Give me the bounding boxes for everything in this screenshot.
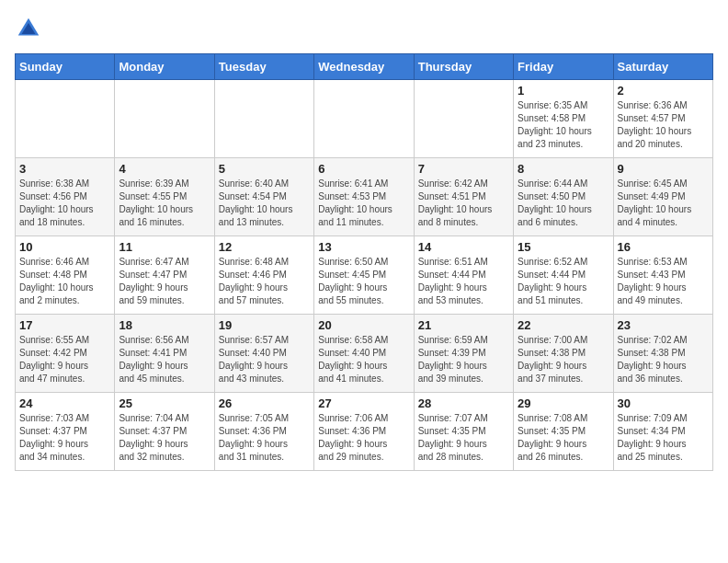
calendar-cell: 9Sunrise: 6:45 AM Sunset: 4:49 PM Daylig… bbox=[613, 158, 712, 236]
calendar-cell bbox=[214, 80, 313, 158]
day-info: Sunrise: 6:55 AM Sunset: 4:42 PM Dayligh… bbox=[19, 334, 110, 385]
day-info: Sunrise: 6:56 AM Sunset: 4:41 PM Dayligh… bbox=[119, 334, 210, 385]
calendar-cell: 26Sunrise: 7:05 AM Sunset: 4:36 PM Dayli… bbox=[214, 393, 313, 471]
week-row-1: 3Sunrise: 6:38 AM Sunset: 4:56 PM Daylig… bbox=[16, 158, 713, 236]
week-row-0: 1Sunrise: 6:35 AM Sunset: 4:58 PM Daylig… bbox=[16, 80, 713, 158]
calendar-cell: 17Sunrise: 6:55 AM Sunset: 4:42 PM Dayli… bbox=[16, 315, 115, 393]
calendar-cell: 27Sunrise: 7:06 AM Sunset: 4:36 PM Dayli… bbox=[314, 393, 414, 471]
day-info: Sunrise: 6:40 AM Sunset: 4:54 PM Dayligh… bbox=[219, 178, 310, 229]
day-number: 22 bbox=[518, 318, 609, 332]
day-info: Sunrise: 6:59 AM Sunset: 4:39 PM Dayligh… bbox=[418, 334, 509, 385]
day-info: Sunrise: 6:57 AM Sunset: 4:40 PM Dayligh… bbox=[219, 334, 310, 385]
week-row-2: 10Sunrise: 6:46 AM Sunset: 4:48 PM Dayli… bbox=[16, 236, 713, 315]
day-number: 17 bbox=[19, 318, 110, 332]
day-number: 14 bbox=[418, 240, 509, 254]
day-info: Sunrise: 7:02 AM Sunset: 4:38 PM Dayligh… bbox=[618, 334, 709, 385]
day-info: Sunrise: 6:36 AM Sunset: 4:57 PM Dayligh… bbox=[618, 99, 709, 151]
day-info: Sunrise: 6:52 AM Sunset: 4:44 PM Dayligh… bbox=[518, 256, 609, 307]
calendar-body: 1Sunrise: 6:35 AM Sunset: 4:58 PM Daylig… bbox=[16, 80, 713, 471]
day-number: 12 bbox=[219, 240, 310, 254]
page-header bbox=[15, 15, 713, 42]
day-info: Sunrise: 6:35 AM Sunset: 4:58 PM Dayligh… bbox=[518, 99, 609, 151]
day-info: Sunrise: 6:41 AM Sunset: 4:53 PM Dayligh… bbox=[318, 178, 409, 229]
day-number: 3 bbox=[19, 162, 110, 176]
calendar-header: SundayMondayTuesdayWednesdayThursdayFrid… bbox=[16, 54, 713, 80]
week-row-3: 17Sunrise: 6:55 AM Sunset: 4:42 PM Dayli… bbox=[16, 315, 713, 393]
day-info: Sunrise: 6:46 AM Sunset: 4:48 PM Dayligh… bbox=[19, 256, 110, 307]
calendar-cell: 28Sunrise: 7:07 AM Sunset: 4:35 PM Dayli… bbox=[414, 393, 513, 471]
day-header-sunday: Sunday bbox=[16, 54, 115, 80]
calendar-cell: 29Sunrise: 7:08 AM Sunset: 4:35 PM Dayli… bbox=[514, 393, 613, 471]
calendar-cell: 4Sunrise: 6:39 AM Sunset: 4:55 PM Daylig… bbox=[115, 158, 214, 236]
day-number: 11 bbox=[119, 240, 210, 254]
day-header-saturday: Saturday bbox=[613, 54, 712, 80]
day-number: 10 bbox=[19, 240, 110, 254]
day-number: 19 bbox=[219, 318, 310, 332]
day-number: 1 bbox=[518, 84, 609, 98]
calendar-cell: 6Sunrise: 6:41 AM Sunset: 4:53 PM Daylig… bbox=[314, 158, 414, 236]
day-number: 21 bbox=[418, 318, 509, 332]
calendar-cell: 16Sunrise: 6:53 AM Sunset: 4:43 PM Dayli… bbox=[613, 236, 712, 315]
day-number: 8 bbox=[518, 162, 609, 176]
day-info: Sunrise: 6:45 AM Sunset: 4:49 PM Dayligh… bbox=[618, 178, 709, 229]
day-number: 4 bbox=[119, 162, 210, 176]
calendar-cell: 20Sunrise: 6:58 AM Sunset: 4:40 PM Dayli… bbox=[314, 315, 414, 393]
calendar-cell bbox=[414, 80, 513, 158]
day-header-row: SundayMondayTuesdayWednesdayThursdayFrid… bbox=[16, 54, 713, 80]
day-number: 24 bbox=[19, 396, 110, 410]
calendar-cell: 22Sunrise: 7:00 AM Sunset: 4:38 PM Dayli… bbox=[514, 315, 613, 393]
day-info: Sunrise: 7:09 AM Sunset: 4:34 PM Dayligh… bbox=[618, 412, 709, 464]
calendar-cell: 5Sunrise: 6:40 AM Sunset: 4:54 PM Daylig… bbox=[214, 158, 313, 236]
day-info: Sunrise: 7:00 AM Sunset: 4:38 PM Dayligh… bbox=[518, 334, 609, 385]
calendar-cell: 18Sunrise: 6:56 AM Sunset: 4:41 PM Dayli… bbox=[115, 315, 214, 393]
calendar-cell: 13Sunrise: 6:50 AM Sunset: 4:45 PM Dayli… bbox=[314, 236, 414, 315]
day-number: 6 bbox=[318, 162, 409, 176]
calendar-cell: 12Sunrise: 6:48 AM Sunset: 4:46 PM Dayli… bbox=[214, 236, 313, 315]
day-number: 2 bbox=[618, 84, 709, 98]
day-info: Sunrise: 6:50 AM Sunset: 4:45 PM Dayligh… bbox=[318, 256, 409, 307]
calendar-cell: 2Sunrise: 6:36 AM Sunset: 4:57 PM Daylig… bbox=[613, 80, 712, 158]
calendar-cell: 8Sunrise: 6:44 AM Sunset: 4:50 PM Daylig… bbox=[514, 158, 613, 236]
day-info: Sunrise: 7:07 AM Sunset: 4:35 PM Dayligh… bbox=[418, 412, 509, 464]
logo bbox=[15, 15, 46, 42]
day-number: 27 bbox=[318, 396, 409, 410]
day-info: Sunrise: 7:08 AM Sunset: 4:35 PM Dayligh… bbox=[518, 412, 609, 464]
day-header-thursday: Thursday bbox=[414, 54, 513, 80]
day-info: Sunrise: 6:42 AM Sunset: 4:51 PM Dayligh… bbox=[418, 178, 509, 229]
day-header-friday: Friday bbox=[514, 54, 613, 80]
day-number: 20 bbox=[318, 318, 409, 332]
day-header-monday: Monday bbox=[115, 54, 214, 80]
calendar-cell bbox=[16, 80, 115, 158]
day-info: Sunrise: 7:06 AM Sunset: 4:36 PM Dayligh… bbox=[318, 412, 409, 464]
week-row-4: 24Sunrise: 7:03 AM Sunset: 4:37 PM Dayli… bbox=[16, 393, 713, 471]
day-number: 16 bbox=[618, 240, 709, 254]
day-number: 5 bbox=[219, 162, 310, 176]
day-number: 7 bbox=[418, 162, 509, 176]
day-info: Sunrise: 6:38 AM Sunset: 4:56 PM Dayligh… bbox=[19, 178, 110, 229]
day-number: 23 bbox=[618, 318, 709, 332]
day-header-wednesday: Wednesday bbox=[314, 54, 414, 80]
logo-icon bbox=[15, 15, 42, 42]
calendar-cell bbox=[115, 80, 214, 158]
calendar-cell: 19Sunrise: 6:57 AM Sunset: 4:40 PM Dayli… bbox=[214, 315, 313, 393]
calendar-table: SundayMondayTuesdayWednesdayThursdayFrid… bbox=[15, 53, 713, 471]
day-info: Sunrise: 6:44 AM Sunset: 4:50 PM Dayligh… bbox=[518, 178, 609, 229]
calendar-cell: 23Sunrise: 7:02 AM Sunset: 4:38 PM Dayli… bbox=[613, 315, 712, 393]
calendar-cell: 3Sunrise: 6:38 AM Sunset: 4:56 PM Daylig… bbox=[16, 158, 115, 236]
day-info: Sunrise: 6:58 AM Sunset: 4:40 PM Dayligh… bbox=[318, 334, 409, 385]
day-info: Sunrise: 6:53 AM Sunset: 4:43 PM Dayligh… bbox=[618, 256, 709, 307]
day-number: 26 bbox=[219, 396, 310, 410]
day-number: 15 bbox=[518, 240, 609, 254]
day-number: 25 bbox=[119, 396, 210, 410]
day-number: 18 bbox=[119, 318, 210, 332]
day-info: Sunrise: 7:05 AM Sunset: 4:36 PM Dayligh… bbox=[219, 412, 310, 464]
day-number: 13 bbox=[318, 240, 409, 254]
calendar-cell: 24Sunrise: 7:03 AM Sunset: 4:37 PM Dayli… bbox=[16, 393, 115, 471]
calendar-cell: 11Sunrise: 6:47 AM Sunset: 4:47 PM Dayli… bbox=[115, 236, 214, 315]
day-number: 29 bbox=[518, 396, 609, 410]
calendar-cell: 1Sunrise: 6:35 AM Sunset: 4:58 PM Daylig… bbox=[514, 80, 613, 158]
day-number: 9 bbox=[618, 162, 709, 176]
day-header-tuesday: Tuesday bbox=[214, 54, 313, 80]
day-info: Sunrise: 7:03 AM Sunset: 4:37 PM Dayligh… bbox=[19, 412, 110, 464]
day-info: Sunrise: 6:51 AM Sunset: 4:44 PM Dayligh… bbox=[418, 256, 509, 307]
